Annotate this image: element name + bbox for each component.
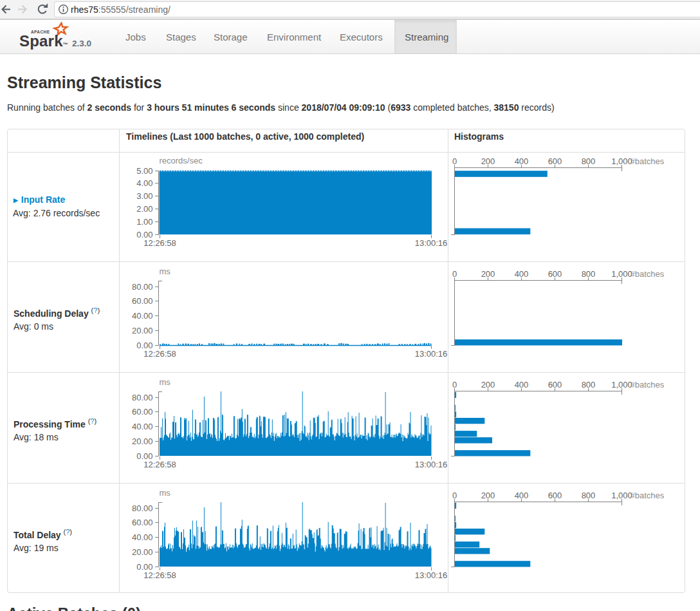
- svg-text:12:26:58: 12:26:58: [143, 460, 176, 469]
- svg-text:#batches: #batches: [631, 380, 665, 390]
- svg-text:13:00:16: 13:00:16: [415, 570, 448, 580]
- svg-text:ms: ms: [160, 267, 171, 276]
- svg-text:20.00: 20.00: [132, 547, 153, 557]
- svg-text:#batches: #batches: [631, 269, 665, 279]
- svg-text:#batches: #batches: [631, 491, 665, 500]
- svg-text:4.00: 4.00: [136, 178, 152, 188]
- svg-text:40.00: 40.00: [132, 311, 153, 321]
- svg-text:80.00: 80.00: [132, 282, 153, 292]
- svg-text:13:00:16: 13:00:16: [415, 460, 448, 469]
- svg-text:ms: ms: [160, 488, 171, 498]
- svg-text:40.00: 40.00: [132, 532, 153, 542]
- svg-text:13:00:16: 13:00:16: [415, 238, 448, 248]
- svg-text:60.00: 60.00: [132, 407, 153, 417]
- svg-text:20.00: 20.00: [132, 437, 153, 446]
- svg-text:3.00: 3.00: [136, 191, 152, 201]
- svg-text:60.00: 60.00: [132, 518, 153, 527]
- svg-text:40.00: 40.00: [132, 422, 153, 431]
- svg-text:20.00: 20.00: [132, 326, 153, 335]
- svg-text:ms: ms: [160, 377, 171, 387]
- svg-text:12:26:58: 12:26:58: [143, 570, 176, 580]
- svg-text:2.00: 2.00: [136, 204, 152, 214]
- svg-text:1.00: 1.00: [136, 217, 152, 227]
- svg-text:80.00: 80.00: [132, 503, 153, 513]
- svg-text:12:26:58: 12:26:58: [143, 349, 176, 359]
- svg-text:#batches: #batches: [631, 156, 665, 166]
- svg-text:records/sec: records/sec: [160, 156, 203, 165]
- svg-text:12:26:58: 12:26:58: [143, 238, 176, 248]
- svg-text:80.00: 80.00: [132, 393, 153, 402]
- svg-text:60.00: 60.00: [132, 296, 153, 306]
- svg-text:5.00: 5.00: [136, 166, 152, 176]
- svg-text:13:00:16: 13:00:16: [415, 349, 448, 359]
